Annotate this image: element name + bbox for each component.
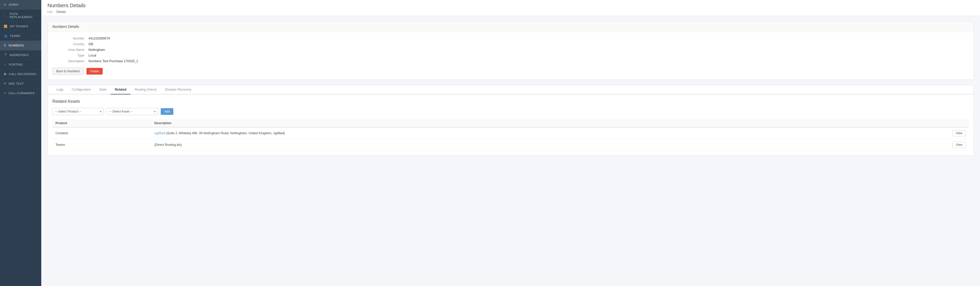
tab-related[interactable]: Related (111, 85, 130, 94)
sidebar-item-porting[interactable]: ↔ Porting › (0, 60, 41, 69)
sidebar-item-sip-trunks[interactable]: 🔀 SIP Trunks › (0, 22, 41, 31)
detail-label-country: Country (52, 42, 89, 46)
table-cell-description-0: ng98ad (Suite 2, Whiteley Mill, 39 Notti… (151, 127, 867, 139)
call-forwards-icon: ↩ (3, 91, 6, 95)
detail-label-type: Type (52, 54, 89, 57)
select-asset-wrapper: -- Select Asset -- ▼ (107, 108, 158, 115)
chevron-icon-sms-test: › (37, 82, 38, 85)
sidebar-label-sip-trunks: SIP Trunks (10, 25, 37, 28)
number-details-card: Numbers Details Number441152000079Countr… (48, 21, 974, 80)
tab-logs[interactable]: Logs (52, 85, 68, 94)
table-row: Contactsng98ad (Suite 2, Whiteley Mill, … (52, 127, 969, 139)
description-detail-0: (Suite 2, Whiteley Mill, 39 Nottingham R… (165, 131, 285, 135)
tab-routing-voice[interactable]: Routing (Voice) (130, 85, 161, 94)
teams-icon: 👥 (3, 34, 8, 38)
select-product-wrapper: -- Select Product -- ▼ (52, 108, 104, 115)
chevron-icon-addresses: › (37, 54, 38, 56)
sidebar-label-numbers: Numbers (8, 44, 37, 47)
tab-configuration[interactable]: Configuration (68, 85, 95, 94)
table-cell-description-1: (Direct Routing.biz) (151, 139, 867, 151)
page-title: Numbers Details (48, 3, 974, 8)
detail-label-number: Number (52, 37, 89, 40)
table-cell-product-0: Contacts (52, 127, 151, 139)
chevron-icon-numbers: › (37, 44, 38, 47)
detail-label-description: Description (52, 59, 89, 63)
detail-value-area-name: Nottingham (89, 48, 969, 52)
tabs-bar: LogsConfigurationStatsRelatedRouting (Vo… (48, 85, 974, 94)
detail-value-type: Local (89, 54, 969, 57)
chevron-icon-call-forwards: › (37, 92, 38, 95)
view-button-1[interactable]: View (952, 142, 966, 148)
sidebar-item-call-forwards[interactable]: ↩ Call Forwards › (0, 88, 41, 98)
detail-label-area-name: Area Name (52, 48, 89, 52)
pstn-replacement-icon: 📞 (3, 14, 8, 17)
related-assets-title: Related Assets (52, 99, 969, 104)
chevron-icon-pstn-replacement: › (37, 14, 38, 17)
breadcrumb-list-link[interactable]: List (48, 10, 52, 14)
sidebar-item-sms-test[interactable]: ✉ SMS Test › (0, 79, 41, 88)
sip-trunks-icon: 🔀 (3, 24, 8, 28)
tab-disaster-recovery[interactable]: Disaster Recovery (161, 85, 196, 94)
col-header-description: Description (151, 119, 867, 127)
add-button[interactable]: Add (161, 108, 173, 115)
sidebar-item-numbers[interactable]: ☰ Numbers › (0, 41, 41, 50)
chevron-icon-porting: › (37, 63, 38, 66)
detail-value-country: GB (89, 42, 969, 46)
sidebar-label-call-forwards: Call Forwards (8, 92, 37, 95)
sidebar-label-addresses: Addresses (10, 53, 37, 56)
table-header-row: ProductDescription (52, 119, 969, 127)
col-header-product: Product (52, 119, 151, 127)
select-asset-dropdown[interactable]: -- Select Asset -- (107, 108, 158, 115)
chevron-icon-call-recording: › (37, 73, 38, 76)
porting-icon: ↔ (3, 63, 7, 66)
sidebar-item-call-recording[interactable]: ⏺ Call Recording › (0, 69, 41, 79)
table-cell-product-1: Teams (52, 139, 151, 151)
detail-value-number: 441152000079 (89, 37, 969, 40)
chevron-icon-sip-trunks: › (37, 25, 38, 28)
breadcrumb-separator: › (54, 10, 55, 14)
card-body: Number441152000079CountryGBArea NameNott… (48, 32, 974, 80)
back-to-numbers-button[interactable]: Back to Numbers (52, 68, 84, 75)
main-content: Numbers Details List › Details Numbers D… (41, 0, 980, 286)
sidebar-item-admin[interactable]: ⚙ Admin › (0, 0, 41, 10)
breadcrumb: List › Details (48, 10, 974, 16)
admin-icon: ⚙ (3, 3, 6, 6)
sidebar-label-teams: Teams (10, 34, 37, 37)
call-recording-icon: ⏺ (3, 72, 7, 76)
cease-button[interactable]: Cease (86, 68, 103, 75)
breadcrumb-current: Details (56, 10, 66, 14)
numbers-icon: ☰ (3, 44, 6, 47)
sidebar: ⚙ Admin › 📞 PSTN Replacement › 🔀 SIP Tru… (0, 0, 41, 286)
view-button-0[interactable]: View (952, 130, 966, 136)
sidebar-label-call-recording: Call Recording (9, 72, 37, 76)
related-assets-table: ProductDescription Contactsng98ad (Suite… (52, 119, 969, 151)
sidebar-label-sms-test: SMS Test (8, 82, 37, 85)
table-cell-action-0: View (867, 127, 969, 139)
page-header: Numbers Details List › Details (41, 0, 980, 16)
table-cell-action-1: View (867, 139, 969, 151)
sidebar-item-addresses[interactable]: 📍 Addresses › (0, 50, 41, 60)
related-assets-section: Related Assets -- Select Product -- ▼ --… (48, 94, 974, 155)
col-header-action (867, 119, 969, 127)
table-row: Teams(Direct Routing.biz)View (52, 139, 969, 151)
tab-stats[interactable]: Stats (95, 85, 111, 94)
chevron-icon-teams: › (37, 35, 38, 37)
tabs-card: LogsConfigurationStatsRelatedRouting (Vo… (48, 85, 974, 156)
sidebar-label-pstn-replacement: PSTN Replacement (10, 13, 37, 19)
sidebar-item-teams[interactable]: 👥 Teams › (0, 31, 41, 41)
table-body: Contactsng98ad (Suite 2, Whiteley Mill, … (52, 127, 969, 151)
contact-link-0: ng98ad (154, 131, 165, 135)
page-content: Numbers Details Number441152000079Countr… (41, 16, 980, 166)
sms-test-icon: ✉ (3, 82, 6, 85)
sidebar-label-porting: Porting (9, 63, 37, 66)
addresses-icon: 📍 (3, 53, 8, 57)
sidebar-label-admin: Admin (8, 3, 37, 6)
chevron-icon-admin: › (37, 3, 38, 6)
card-header: Numbers Details (48, 21, 974, 32)
select-row: -- Select Product -- ▼ -- Select Asset -… (52, 108, 969, 115)
select-product-dropdown[interactable]: -- Select Product -- (52, 108, 104, 115)
sidebar-item-pstn-replacement[interactable]: 📞 PSTN Replacement › (0, 10, 41, 22)
table-header: ProductDescription (52, 119, 969, 127)
detail-value-description: Numbers Test Purchase 170320_1 (89, 59, 969, 63)
details-table: Number441152000079CountryGBArea NameNott… (52, 37, 969, 63)
